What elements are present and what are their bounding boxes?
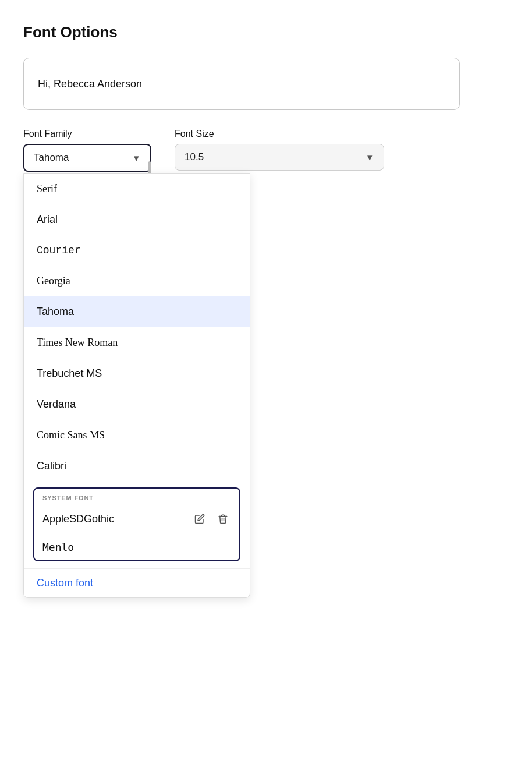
font-option-verdana[interactable]: Verdana [24,389,250,420]
system-font-item-applesd[interactable]: AppleSDGothic [34,504,239,534]
font-option-trebuchet-ms[interactable]: Trebuchet MS [24,358,250,389]
font-option-calibri[interactable]: Calibri [24,451,250,482]
system-font-section: SYSTEM FONT AppleSDGothic [33,487,240,561]
font-option-courier[interactable]: Courier [24,235,250,266]
font-option-arial[interactable]: Arial [24,204,250,235]
font-family-selected-value: Tahoma [34,152,69,164]
edit-icon[interactable] [191,511,208,527]
font-size-wrapper: 10.5 ▾ [175,144,384,171]
font-family-group: Font Family Tahoma ▾ Serif Arial Courier… [23,129,151,172]
font-size-group: Font Size 10.5 ▾ [175,129,384,171]
preview-text: Hi, Rebecca Anderson [38,78,142,90]
system-font-section-wrapper: SYSTEM FONT AppleSDGothic [24,482,250,568]
system-font-applesd-name: AppleSDGothic [42,513,185,525]
font-option-comic-sans[interactable]: Comic Sans MS [24,420,250,451]
delete-icon[interactable] [215,511,231,527]
system-font-label: SYSTEM FONT [42,494,94,501]
font-option-serif[interactable]: Serif [24,174,250,204]
font-option-tahoma[interactable]: Tahoma [24,296,250,327]
font-option-georgia[interactable]: Georgia [24,266,250,296]
font-family-select[interactable]: Tahoma ▾ [23,144,151,172]
font-family-label: Font Family [23,129,151,139]
font-family-dropdown: Serif Arial Courier Georgia Tahoma Times… [23,173,250,598]
system-font-item-menlo[interactable]: Menlo [34,534,239,560]
controls-row: Font Family Tahoma ▾ Serif Arial Courier… [23,129,509,172]
font-size-chevron-down-icon: ▾ [365,153,374,162]
page-title: Font Options [23,23,509,41]
font-size-label: Font Size [175,129,384,139]
preview-box: Hi, Rebecca Anderson [23,58,460,110]
font-size-selected-value: 10.5 [185,151,204,163]
custom-font-option[interactable]: Custom font [24,568,250,597]
dropdown-scrollbar[interactable] [148,144,151,172]
system-font-divider [101,498,231,498]
font-size-select[interactable]: 10.5 ▾ [175,144,384,171]
font-family-wrapper: Tahoma ▾ Serif Arial Courier Georgia Tah… [23,144,151,172]
system-font-header: SYSTEM FONT [34,489,239,504]
chevron-down-icon: ▾ [132,153,141,162]
system-font-menlo-name: Menlo [42,541,231,553]
font-option-times-new-roman[interactable]: Times New Roman [24,327,250,358]
